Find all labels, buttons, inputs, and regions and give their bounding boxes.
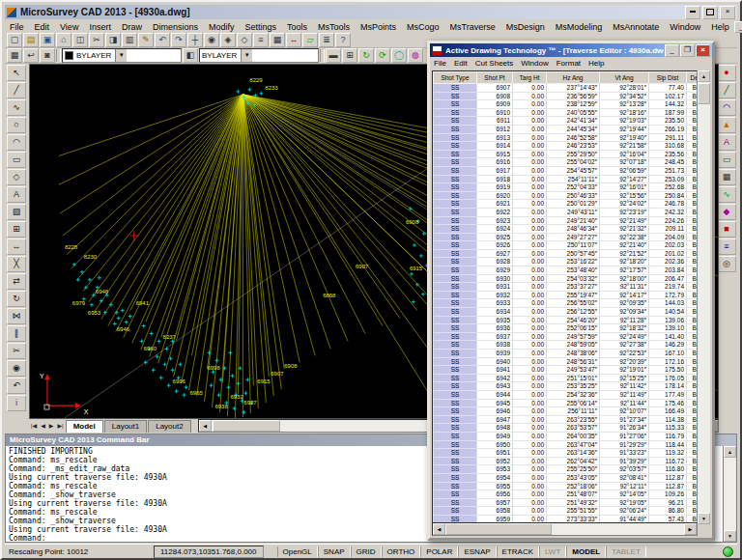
cell-vt-ang[interactable]: 92°07'18″: [600, 158, 649, 167]
cell-slp-dist[interactable]: 202.36: [649, 258, 687, 266]
cell-hz-ang[interactable]: 255°04'02″: [547, 158, 600, 167]
cell-shot-pt[interactable]: 6941: [477, 366, 513, 375]
cell-desc[interactable]: BC: [687, 366, 699, 375]
menu-insert[interactable]: Insert: [84, 22, 116, 32]
cell-desc[interactable]: BC: [687, 183, 699, 192]
scroll-up-icon[interactable]: ▲: [698, 70, 710, 82]
cell-slp-dist[interactable]: 175.50: [649, 366, 687, 375]
cell-targ-ht[interactable]: 0.00: [513, 208, 547, 216]
cell-shot-type[interactable]: SS: [434, 324, 477, 333]
cell-hz-ang[interactable]: 249°27'27″: [547, 233, 600, 241]
cell-desc[interactable]: BC: [687, 440, 699, 449]
zoom-realtime-icon[interactable]: ◉: [204, 33, 219, 47]
cell-shot-type[interactable]: SS: [434, 490, 477, 499]
scroll-left-icon[interactable]: ◀: [199, 420, 212, 432]
cell-hz-ang[interactable]: 253°16'22″: [547, 258, 600, 266]
circle-icon[interactable]: ○: [7, 117, 26, 133]
cell-shot-type[interactable]: SS: [434, 382, 477, 391]
cell-hz-ang[interactable]: 254°03'32″: [547, 274, 600, 283]
cell-desc[interactable]: BC: [687, 332, 699, 341]
cell-slp-dist[interactable]: 253.09: [649, 175, 687, 183]
zoom-extents-icon[interactable]: ⊞: [342, 48, 357, 63]
cell-shot-pt[interactable]: 6917: [477, 166, 513, 175]
cell-targ-ht[interactable]: 0.00: [513, 424, 547, 433]
cell-hz-ang[interactable]: 248°38'06″: [547, 350, 600, 358]
cell-shot-type[interactable]: SS: [434, 366, 477, 375]
cell-desc[interactable]: BC: [687, 390, 699, 399]
dialog-title-bar[interactable]: Active Drawing Technology ™ - [Traverse …: [430, 43, 712, 57]
make-object-layer-icon[interactable]: ◧: [183, 48, 198, 63]
cell-targ-ht[interactable]: 0.00: [513, 332, 547, 341]
insert-block-icon[interactable]: ⊞: [7, 221, 26, 238]
toggle-polar[interactable]: POLAR: [420, 546, 458, 557]
menu-window[interactable]: Window: [665, 22, 705, 32]
cell-vt-ang[interactable]: 92°12'11″: [600, 482, 649, 490]
cell-shot-pt[interactable]: 6916: [477, 158, 513, 167]
cell-desc[interactable]: BC: [687, 166, 699, 175]
cell-vt-ang[interactable]: 92°23'19″: [600, 208, 649, 216]
mirror-icon[interactable]: ⋈: [7, 308, 26, 324]
cell-targ-ht[interactable]: 0.00: [513, 249, 547, 258]
cell-shot-type[interactable]: SS: [434, 473, 477, 482]
cell-desc[interactable]: BC: [687, 200, 699, 209]
cell-desc[interactable]: BC: [687, 407, 699, 416]
cell-targ-ht[interactable]: 0.00: [513, 498, 547, 507]
match-properties-icon[interactable]: ✎: [138, 33, 154, 47]
move-icon[interactable]: ⇄: [7, 273, 26, 290]
scroll-thumb[interactable]: [213, 420, 280, 432]
cell-shot-pt[interactable]: 6931: [477, 283, 513, 292]
cell-hz-ang[interactable]: 250°01'29″: [547, 200, 600, 209]
cell-shot-pt[interactable]: 6957: [477, 498, 513, 507]
cell-shot-type[interactable]: SS: [434, 191, 477, 200]
cell-slp-dist[interactable]: 116.80: [649, 465, 687, 474]
cell-vt-ang[interactable]: 92°22'38″: [600, 233, 649, 241]
cell-desc[interactable]: BC: [687, 299, 699, 308]
cell-targ-ht[interactable]: 0.00: [513, 308, 547, 317]
cell-desc[interactable]: BC: [687, 382, 699, 391]
cell-hz-ang[interactable]: 252°04'33″: [547, 183, 600, 192]
cell-targ-ht[interactable]: 0.00: [513, 233, 547, 241]
menu-help[interactable]: Help: [706, 22, 734, 32]
help-icon[interactable]: ?: [335, 33, 351, 47]
cell-vt-ang[interactable]: 91°39'29″: [600, 457, 649, 465]
cell-slp-dist[interactable]: 224.26: [649, 216, 687, 225]
cell-vt-ang[interactable]: 92°18'20″: [600, 258, 649, 266]
dialog-minimize-button[interactable]: _: [665, 44, 679, 57]
cell-shot-pt[interactable]: 6908: [477, 92, 513, 100]
cell-vt-ang[interactable]: 92°16'04″: [600, 150, 649, 158]
cell-targ-ht[interactable]: 0.00: [513, 432, 547, 440]
cell-slp-dist[interactable]: 116.79: [649, 432, 687, 440]
cell-hz-ang[interactable]: 248°59'05″: [547, 341, 600, 350]
cell-targ-ht[interactable]: 0.00: [513, 191, 547, 200]
cell-shot-type[interactable]: SS: [434, 175, 477, 183]
cell-vt-ang[interactable]: 92°19'01″: [600, 366, 649, 375]
cell-hz-ang[interactable]: 255°51'55″: [547, 507, 600, 516]
cell-hz-ang[interactable]: 254°32'36″: [547, 390, 600, 399]
ms-settings-icon[interactable]: ◎: [717, 256, 736, 272]
cell-desc[interactable]: BC: [687, 274, 699, 283]
cell-slp-dist[interactable]: 266.19: [649, 125, 687, 133]
zoom-previous-icon[interactable]: ◇: [237, 33, 252, 47]
cell-targ-ht[interactable]: 0.00: [513, 92, 547, 100]
cell-vt-ang[interactable]: 92°21'32″: [600, 225, 649, 234]
cell-shot-type[interactable]: SS: [434, 374, 477, 382]
rectangle-icon[interactable]: ▭: [7, 152, 26, 168]
cell-slp-dist[interactable]: 177.49: [649, 390, 687, 399]
cell-shot-type[interactable]: SS: [434, 407, 477, 416]
tab-nav-icon[interactable]: ▶|: [55, 420, 65, 433]
menu-help[interactable]: Help: [585, 59, 608, 68]
cell-slp-dist[interactable]: 77.40: [649, 84, 687, 93]
dialog-maximize-button[interactable]: ❐: [680, 44, 695, 57]
cell-shot-type[interactable]: SS: [434, 498, 477, 507]
scroll-down-icon[interactable]: ▼: [698, 513, 710, 524]
undo-tool-icon[interactable]: ↶: [7, 378, 26, 394]
toggle-model[interactable]: MODEL: [566, 546, 606, 557]
cell-slp-dist[interactable]: 144.03: [649, 299, 687, 308]
redo-icon[interactable]: ↷: [171, 33, 186, 47]
cell-slp-dist[interactable]: 248.45: [649, 158, 687, 167]
cell-targ-ht[interactable]: 0.00: [513, 465, 547, 474]
cell-slp-dist[interactable]: 206.47: [649, 274, 687, 283]
command-scrollbar[interactable]: ▲ ▼: [723, 446, 736, 542]
cell-desc[interactable]: BC: [687, 108, 699, 117]
cell-desc[interactable]: BC: [687, 100, 699, 109]
